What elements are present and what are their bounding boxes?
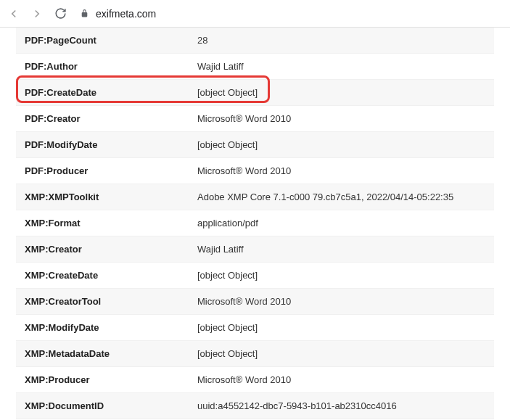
table-row: XMP:ProducerMicrosoft® Word 2010 <box>16 367 494 393</box>
metadata-key: XMP:CreatorTool <box>16 296 176 307</box>
metadata-value: [object Object] <box>176 139 494 150</box>
metadata-key: XMP:MetadataDate <box>16 348 176 359</box>
forward-icon[interactable] <box>30 7 44 20</box>
metadata-key: XMP:Producer <box>16 374 176 385</box>
metadata-key: XMP:CreateDate <box>16 270 176 281</box>
back-icon[interactable] <box>7 7 20 20</box>
metadata-value: [object Object] <box>176 322 494 333</box>
metadata-value: 28 <box>176 35 494 46</box>
table-row: PDF:ProducerMicrosoft® Word 2010 <box>16 158 494 184</box>
metadata-value: [object Object] <box>176 270 494 281</box>
table-row: PDF:ModifyDate[object Object] <box>16 132 494 158</box>
metadata-value: Microsoft® Word 2010 <box>176 296 494 307</box>
metadata-key: XMP:ModifyDate <box>16 322 176 333</box>
metadata-value: Microsoft® Word 2010 <box>176 374 494 385</box>
metadata-value: Microsoft® Word 2010 <box>176 113 494 124</box>
metadata-key: XMP:XMPToolkit <box>16 192 176 202</box>
metadata-value: Wajid Latiff <box>176 61 494 72</box>
metadata-key: PDF:PageCount <box>16 35 176 46</box>
table-row: XMP:CreatorToolMicrosoft® Word 2010 <box>16 289 494 315</box>
table-row: XMP:Formatapplication/pdf <box>16 210 494 236</box>
metadata-value: Adobe XMP Core 7.1-c000 79.cb7c5a1, 2022… <box>176 192 494 202</box>
table-row: XMP:MetadataDate[object Object] <box>16 341 494 367</box>
reload-icon[interactable] <box>54 7 67 20</box>
metadata-value: uuid:a4552142-dbc7-5943-b101-ab2310cc401… <box>176 400 494 411</box>
url-text: exifmeta.com <box>96 8 156 20</box>
table-row: XMP:ModifyDate[object Object] <box>16 315 494 341</box>
metadata-key: PDF:Producer <box>16 165 176 176</box>
table-row: XMP:DocumentIDuuid:a4552142-dbc7-5943-b1… <box>16 393 494 419</box>
table-row: XMP:CreateDate[object Object] <box>16 263 494 289</box>
table-row: PDF:PageCount28 <box>16 28 494 54</box>
metadata-value: Microsoft® Word 2010 <box>176 165 494 176</box>
metadata-value: [object Object] <box>176 87 494 98</box>
metadata-value: application/pdf <box>176 218 494 228</box>
table-row: PDF:CreateDate[object Object] <box>16 80 494 106</box>
nav-icons <box>7 7 67 20</box>
metadata-key: XMP:DocumentID <box>16 400 176 411</box>
table-row: PDF:CreatorMicrosoft® Word 2010 <box>16 106 494 132</box>
metadata-key: PDF:Author <box>16 61 176 72</box>
metadata-key: PDF:ModifyDate <box>16 139 176 150</box>
browser-toolbar: exifmeta.com <box>0 0 510 28</box>
metadata-key: PDF:Creator <box>16 113 176 124</box>
metadata-key: XMP:Creator <box>16 244 176 255</box>
metadata-key: XMP:Format <box>16 218 176 228</box>
table-row: XMP:CreatorWajid Latiff <box>16 236 494 263</box>
metadata-value: Wajid Latiff <box>176 244 494 255</box>
table-row: XMP:XMPToolkitAdobe XMP Core 7.1-c000 79… <box>16 184 494 210</box>
metadata-key: PDF:CreateDate <box>16 87 176 98</box>
metadata-table: PDF:PageCount28PDF:AuthorWajid LatiffPDF… <box>0 28 510 420</box>
metadata-value: [object Object] <box>176 348 494 359</box>
address-bar[interactable]: exifmeta.com <box>75 8 156 20</box>
lock-icon <box>80 9 90 19</box>
table-row: PDF:AuthorWajid Latiff <box>16 54 494 80</box>
